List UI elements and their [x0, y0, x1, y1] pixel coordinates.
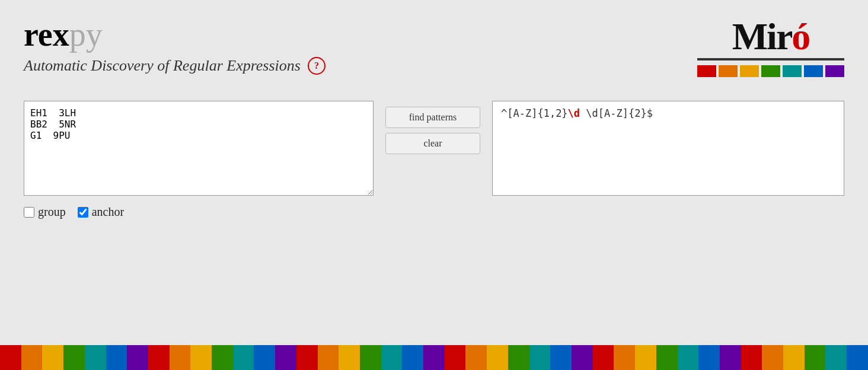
footer-color-33: [698, 345, 720, 370]
anchor-checkbox[interactable]: [78, 207, 88, 218]
footer-color-19: [402, 345, 423, 370]
regex-part4: [A-Z]{2}: [598, 107, 647, 119]
find-patterns-button[interactable]: find patterns: [385, 107, 480, 128]
logo-rex: rex: [24, 16, 69, 53]
anchor-option[interactable]: anchor: [78, 205, 124, 219]
footer-color-0: [0, 345, 21, 370]
footer-color-12: [254, 345, 275, 370]
group-checkbox[interactable]: [24, 207, 34, 218]
footer-color-9: [190, 345, 212, 370]
workspace: EH1 3LH BB2 5NR G1 9PU find patterns cle…: [24, 101, 844, 196]
footer-color-26: [550, 345, 572, 370]
subtitle: Automatic Discovery of Regular Expressio…: [24, 57, 326, 75]
subtitle-text: Automatic Discovery of Regular Expressio…: [24, 57, 301, 75]
miro-color-1: [697, 65, 716, 77]
footer-color-30: [635, 345, 656, 370]
footer-color-15: [318, 345, 339, 370]
regex-output: ^[A-Z]{1,2}\d \d[A-Z]{2}$: [501, 107, 653, 119]
logo-area: rexpy Automatic Discovery of Regular Exp…: [24, 18, 326, 75]
footer-color-38: [805, 345, 826, 370]
miro-title: Miró: [697, 18, 844, 56]
footer-color-25: [529, 345, 551, 370]
footer-color-23: [487, 345, 508, 370]
buttons-area: find patterns clear: [385, 107, 480, 154]
group-option[interactable]: group: [24, 205, 66, 219]
footer-color-7: [148, 345, 170, 370]
miro-text-start: Mir: [732, 15, 792, 58]
regex-part2: \d: [568, 107, 580, 119]
miro-logo: Miró: [697, 18, 844, 77]
anchor-label: anchor: [92, 205, 124, 219]
footer-color-10: [212, 345, 233, 370]
footer-color-22: [465, 345, 487, 370]
footer-color-40: [847, 345, 868, 370]
footer-color-8: [170, 345, 191, 370]
miro-color-strip: [697, 65, 844, 77]
footer-color-14: [296, 345, 318, 370]
miro-color-2: [719, 65, 738, 77]
main-content: rexpy Automatic Discovery of Regular Exp…: [0, 0, 868, 237]
footer-color-18: [381, 345, 403, 370]
regex-part1: [A-Z]{1,2}: [507, 107, 567, 119]
footer-color-39: [825, 345, 847, 370]
footer-color-11: [233, 345, 254, 370]
footer-color-37: [783, 345, 805, 370]
miro-accent: ó: [792, 15, 809, 58]
logo-py: py: [69, 16, 103, 53]
miro-color-4: [761, 65, 780, 77]
options-area: group anchor: [24, 205, 844, 219]
footer-color-27: [572, 345, 593, 370]
footer-color-24: [508, 345, 529, 370]
footer-color-13: [275, 345, 296, 370]
group-label: group: [38, 205, 66, 219]
footer-color-5: [106, 345, 127, 370]
miro-underline: [697, 58, 844, 60]
miro-color-6: [804, 65, 823, 77]
footer-color-17: [360, 345, 381, 370]
footer-color-bar: [0, 345, 868, 370]
footer-color-31: [656, 345, 678, 370]
footer-color-20: [423, 345, 445, 370]
footer-color-2: [42, 345, 63, 370]
app-logo: rexpy: [24, 18, 326, 51]
footer-color-6: [127, 345, 148, 370]
regex-dollar: $: [647, 107, 653, 119]
input-textarea[interactable]: EH1 3LH BB2 5NR G1 9PU: [24, 101, 374, 196]
miro-color-3: [740, 65, 759, 77]
miro-color-5: [783, 65, 802, 77]
footer-color-1: [21, 345, 43, 370]
footer-color-36: [762, 345, 783, 370]
clear-button[interactable]: clear: [385, 133, 480, 154]
regex-part3: \d: [580, 107, 598, 119]
footer-color-35: [741, 345, 762, 370]
footer-color-34: [720, 345, 741, 370]
help-icon[interactable]: ?: [308, 57, 326, 75]
footer-color-16: [339, 345, 360, 370]
footer-color-3: [63, 345, 85, 370]
regex-caret: ^: [501, 107, 507, 119]
footer-color-32: [678, 345, 699, 370]
footer-color-29: [614, 345, 635, 370]
footer-color-4: [85, 345, 106, 370]
miro-color-7: [825, 65, 844, 77]
output-area: ^[A-Z]{1,2}\d \d[A-Z]{2}$: [492, 101, 844, 196]
header: rexpy Automatic Discovery of Regular Exp…: [24, 18, 844, 77]
footer-color-28: [593, 345, 614, 370]
footer-color-21: [445, 345, 466, 370]
